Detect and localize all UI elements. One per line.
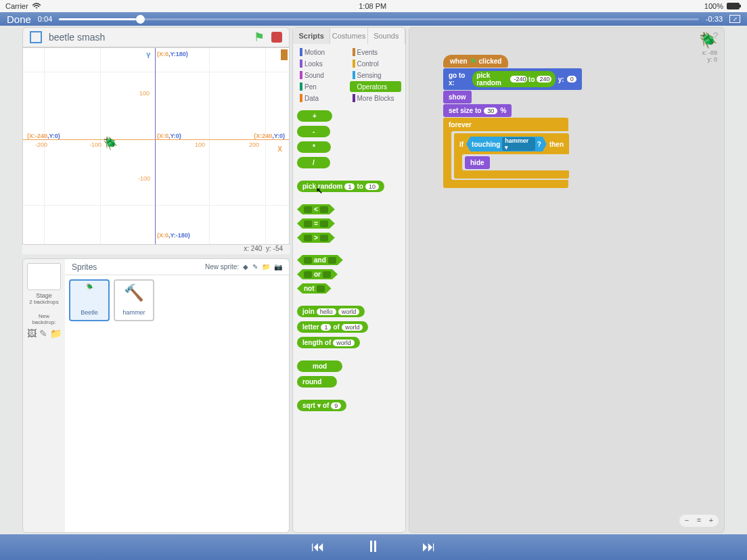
svg-rect-0 — [727, 3, 740, 9]
op-not[interactable]: not — [297, 283, 332, 294]
project-title: beetle smash — [49, 32, 247, 43]
pause-button[interactable]: ⏸ — [365, 537, 382, 556]
zoom-in-icon[interactable]: + — [706, 516, 716, 526]
sprite-paint-icon[interactable]: ✎ — [252, 263, 258, 271]
video-top-bar: Done 0:04 -0:33 ⤢ — [0, 12, 747, 26]
cat-events[interactable]: Events — [350, 47, 402, 57]
sprite-lib-icon[interactable]: ◆ — [243, 263, 248, 271]
current-time: 0:04 — [38, 15, 52, 23]
time-label: 1:08 PM — [359, 2, 386, 10]
battery-icon — [727, 3, 742, 9]
cat-sensing[interactable]: Sensing — [350, 70, 402, 80]
cat-pen[interactable]: Pen — [297, 81, 349, 92]
stage-label: Stage — [27, 292, 61, 299]
sprites-panel: Stage 2 backdrops New backdrop: 🖼 ✎ 📁 📷 … — [22, 258, 290, 533]
green-flag-button[interactable]: ⚑ — [254, 30, 265, 45]
carrier-label: Carrier — [5, 2, 28, 10]
goto-xy-block: go to x: pick random-240to240 y:0 — [443, 68, 582, 90]
zoom-reset-icon[interactable]: = — [694, 516, 704, 526]
cat-motion[interactable]: Motion — [297, 47, 349, 57]
mouse-cursor-icon: ↖ — [316, 186, 323, 195]
cat-control[interactable]: Control — [350, 58, 402, 69]
blocks-column: Scripts Costumes Sounds Motion Events Lo… — [292, 27, 406, 533]
cat-sound[interactable]: Sound — [297, 70, 349, 80]
coord-bottom: (X:0,Y:-180) — [157, 232, 190, 239]
op-or[interactable]: or — [297, 269, 338, 279]
blocks-palette: + - * / pick random1to10 ↖ < = > and or … — [293, 106, 405, 415]
stage-fullscreen-icon[interactable] — [30, 31, 42, 43]
rewind-button[interactable]: ⏮ — [311, 539, 325, 555]
wifi-icon — [32, 3, 41, 9]
stage-coords-readout: x: 240 y: -54 — [22, 245, 290, 254]
coord-right: (X:240,Y:0) — [254, 133, 285, 139]
tab-scripts[interactable]: Scripts — [293, 28, 330, 44]
cat-looks[interactable]: Looks — [297, 58, 349, 69]
backdrop-lib-icon[interactable]: 🖼 — [27, 328, 37, 339]
op-length[interactable]: length ofworld — [297, 337, 360, 348]
scripts-canvas[interactable]: 🪲 x: -89 y: 0 ? − = + when⚑clicked go to… — [409, 27, 725, 533]
svg-rect-1 — [740, 5, 741, 7]
op-round[interactable]: round — [297, 376, 337, 388]
when-flag-clicked-block: when⚑clicked — [443, 55, 508, 68]
sprites-header-label: Sprites — [72, 262, 97, 272]
progress-slider[interactable] — [59, 18, 699, 20]
op-div[interactable]: / — [297, 157, 330, 168]
backdrop-paint-icon[interactable]: ✎ — [39, 328, 47, 339]
new-backdrop-label: New backdrop: — [27, 313, 61, 325]
y-axis-label: Y — [146, 52, 151, 60]
ios-status-bar: Carrier 1:08 PM 100% — [0, 0, 747, 12]
stage-canvas[interactable]: Y X (X:0,Y:180) (X:0,Y:0) (X:-240,Y:0) (… — [22, 47, 290, 245]
stop-button[interactable] — [271, 32, 282, 43]
remaining-time: -0:33 — [706, 15, 723, 23]
op-sub[interactable]: - — [297, 126, 330, 137]
coord-left: (X:-240,Y:0) — [27, 133, 60, 139]
done-button[interactable]: Done — [7, 14, 31, 25]
coord-center: (X:0,Y:0) — [157, 133, 181, 139]
stage-header: beetle smash ⚑ — [22, 27, 290, 47]
forever-block: forever if touchinghammer ▾? then hide — [443, 118, 568, 188]
op-gt[interactable]: > — [297, 233, 335, 243]
op-add[interactable]: + — [297, 110, 332, 122]
sprite-hammer[interactable]: 🔨 hammer — [114, 279, 154, 321]
help-icon[interactable]: ? — [713, 30, 725, 43]
new-sprite-label: New sprite: — [205, 263, 239, 271]
backdrops-count: 2 backdrops — [27, 299, 61, 305]
stage-thumbnail[interactable] — [27, 263, 61, 290]
scratch-editor: beetle smash ⚑ Y X (X:0,Y:180) (X:0,Y:0)… — [0, 26, 747, 534]
op-mod[interactable]: mod — [297, 360, 342, 372]
fullscreen-button[interactable]: ⤢ — [729, 15, 740, 23]
cat-more[interactable]: More Blocks — [350, 93, 402, 103]
cat-operators[interactable]: Operators — [350, 81, 402, 92]
sprite-upload-icon[interactable]: 📁 — [262, 263, 270, 271]
forward-button[interactable]: ⏭ — [422, 539, 436, 555]
hide-block: hide — [465, 156, 490, 169]
beetle-sprite-on-stage[interactable]: 🪲 — [103, 136, 118, 151]
tab-costumes[interactable]: Costumes — [330, 28, 367, 44]
show-block: show — [443, 91, 472, 103]
op-mul[interactable]: * — [297, 141, 331, 153]
zoom-controls: − = + — [679, 515, 719, 527]
stage-corner-icon — [281, 49, 288, 60]
op-join[interactable]: joinhelloworld — [297, 306, 365, 317]
cat-data[interactable]: Data — [297, 93, 349, 103]
if-block: if touchinghammer ▾? then hide — [454, 133, 569, 179]
op-and[interactable]: and — [297, 255, 343, 265]
sprite-camera-icon[interactable]: 📷 — [274, 263, 282, 271]
video-bottom-bar: ⏮ ⏸ ⏭ — [0, 534, 747, 559]
x-axis-label: X — [277, 145, 282, 153]
sprite-beetle[interactable]: 🪲 Beetle — [69, 279, 110, 321]
backdrop-upload-icon[interactable]: 📁 — [50, 328, 62, 339]
op-sqrt[interactable]: sqrt▾ of9 — [297, 400, 346, 411]
op-eq[interactable]: = — [297, 218, 335, 229]
op-lt[interactable]: < — [297, 204, 335, 214]
block-categories: Motion Events Looks Control Sound Sensin… — [293, 44, 405, 106]
op-random[interactable]: pick random1to10 ↖ — [297, 181, 384, 192]
script-stack[interactable]: when⚑clicked go to x: pick random-240to2… — [409, 28, 724, 215]
zoom-out-icon[interactable]: − — [682, 516, 692, 526]
set-size-block: set size to30% — [443, 104, 512, 117]
coord-top: (X:0,Y:180) — [157, 51, 188, 57]
tab-sounds[interactable]: Sounds — [368, 28, 405, 44]
battery-pct: 100% — [704, 2, 723, 10]
op-letter[interactable]: letter1ofworld — [297, 321, 368, 333]
